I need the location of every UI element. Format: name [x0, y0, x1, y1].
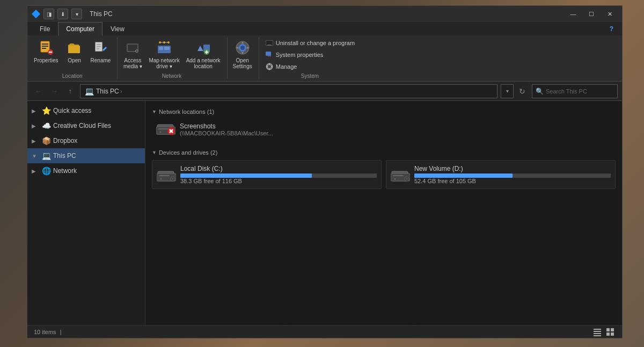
quick-access-btn-3[interactable]: ▾ — [71, 9, 82, 19]
minimize-button[interactable]: — — [565, 8, 581, 20]
sidebar-item-dropbox[interactable]: ▶ 📦 Dropbox — [27, 133, 145, 148]
open-settings-label: OpenSettings — [233, 57, 252, 69]
open-settings-button[interactable]: OpenSettings — [231, 38, 254, 71]
open-button[interactable]: Open — [63, 38, 86, 65]
open-label: Open — [68, 57, 80, 63]
section-arrow-drives: ▼ — [152, 150, 157, 155]
address-bar: ← → ↑ 💻 This PC › ▾ ↻ 🔍 Search This PC — [27, 82, 622, 101]
detail-view-button[interactable] — [605, 327, 616, 337]
svg-rect-35 — [268, 56, 271, 56]
drive-d-bar-fill — [414, 174, 513, 178]
dropbox-icon: 📦 — [41, 136, 51, 146]
address-dropdown-button[interactable]: ▾ — [501, 84, 514, 98]
creative-cloud-icon: ☁️ — [41, 121, 51, 131]
drive-d-info: New Volume (D:) 52.4 GB free of 105 GB — [414, 165, 611, 184]
screenshots-name: Screenshots — [180, 122, 273, 130]
address-path[interactable]: 💻 This PC › — [80, 84, 497, 98]
svg-rect-39 — [269, 68, 270, 70]
close-button[interactable]: ✕ — [602, 8, 618, 20]
up-button[interactable]: ↑ — [64, 85, 77, 98]
svg-rect-31 — [266, 41, 273, 45]
drive-item-c[interactable]: Local Disk (C:) 38.3 GB free of 116 GB — [152, 160, 382, 189]
list-view-button[interactable] — [592, 327, 603, 337]
sys-props-button[interactable]: System properties — [262, 49, 357, 60]
svg-rect-61 — [393, 175, 404, 176]
creative-cloud-label: Creative Cloud Files — [53, 122, 111, 129]
sidebar-item-network[interactable]: ▶ 🌐 Network — [27, 163, 145, 178]
expand-arrow-creative: ▶ — [32, 123, 39, 129]
uninstall-label: Uninstall or change a program — [276, 40, 355, 46]
sys-props-icon — [265, 50, 274, 59]
sidebar-item-this-pc[interactable]: ▼ 💻 This PC — [27, 148, 145, 163]
help-button[interactable]: ? — [605, 23, 618, 35]
rename-button[interactable]: Rename — [89, 38, 113, 65]
quick-access-btn-2[interactable]: ⬇ — [57, 9, 68, 19]
drive-d-bar-bg — [414, 174, 611, 178]
file-item-screenshots[interactable]: Screenshots (\\MACBOOKAIR-5B8A\Mac\User.… — [152, 117, 616, 142]
main-content: ▶ ⭐ Quick access ▶ ☁️ Creative Cloud Fil… — [27, 101, 622, 325]
forward-button[interactable]: → — [48, 85, 61, 98]
explorer-window: ◨ ⬇ ▾ This PC — ☐ ✕ File Computer View ? — [27, 5, 623, 338]
map-network-button[interactable]: Map networkdrive ▾ — [147, 38, 181, 71]
svg-rect-2 — [42, 46, 48, 47]
ribbon-group-location: Properties Open — [32, 38, 118, 79]
svg-point-29 — [240, 46, 245, 50]
access-media-button[interactable]: Accessmedia ▾ — [121, 38, 144, 71]
svg-rect-41 — [271, 66, 273, 67]
status-right — [592, 327, 616, 337]
screenshots-drive-icon — [156, 120, 175, 139]
address-right: ▾ ↻ — [501, 84, 529, 98]
svg-point-20 — [159, 41, 161, 44]
tab-file[interactable]: File — [32, 22, 58, 35]
map-network-icon — [156, 39, 173, 56]
this-pc-icon: 💻 — [41, 151, 51, 161]
svg-rect-67 — [606, 328, 610, 331]
properties-button[interactable]: Properties — [32, 38, 61, 65]
path-this-pc[interactable]: This PC — [96, 88, 119, 95]
uninstall-button[interactable]: Uninstall or change a program — [262, 38, 357, 48]
uninstall-icon — [265, 39, 274, 47]
add-network-label: Add a networklocation — [186, 57, 221, 69]
tab-view[interactable]: View — [103, 22, 133, 35]
section-header-network: ▼ Network locations (1) — [152, 105, 616, 117]
back-button[interactable]: ← — [32, 85, 45, 98]
network-icon: 🌐 — [41, 166, 51, 176]
drive-c-name: Local Disk (C:) — [180, 165, 377, 172]
drives-grid: Local Disk (C:) 38.3 GB free of 116 GB — [152, 158, 616, 191]
map-network-label: Map networkdrive ▾ — [149, 57, 179, 69]
this-pc-label: This PC — [53, 152, 76, 160]
refresh-button[interactable]: ↻ — [516, 84, 529, 98]
svg-rect-40 — [266, 66, 268, 67]
add-network-button[interactable]: Add a networklocation — [184, 38, 223, 71]
window-title: This PC — [90, 10, 113, 18]
section-header-drives: ▼ Devices and drives (2) — [152, 146, 616, 158]
title-bar: ◨ ⬇ ▾ This PC — ☐ ✕ — [27, 6, 622, 22]
svg-rect-7 — [68, 46, 80, 53]
svg-rect-10 — [97, 44, 101, 45]
ribbon-tabs: File Computer View ? — [27, 22, 622, 35]
ribbon: File Computer View ? — [27, 22, 622, 82]
svg-rect-18 — [159, 47, 163, 50]
sidebar-item-creative-cloud[interactable]: ▶ ☁️ Creative Cloud Files — [27, 118, 145, 133]
network-label: Network — [53, 167, 77, 175]
svg-rect-63 — [594, 329, 601, 330]
manage-button[interactable]: Manage — [262, 61, 357, 72]
section-arrow-network: ▼ — [152, 109, 157, 114]
tab-computer[interactable]: Computer — [58, 22, 103, 36]
path-drive-icon: 💻 — [85, 87, 94, 96]
drive-d-name: New Volume (D:) — [414, 165, 611, 172]
file-area: ▼ Network locations (1) — [145, 101, 622, 325]
search-box[interactable]: 🔍 Search This PC — [532, 84, 618, 98]
network-group-items: Accessmedia ▾ — [121, 38, 222, 72]
section-label-network: Network locations (1) — [159, 109, 214, 115]
open-icon — [66, 39, 83, 56]
quick-access-btn-1[interactable]: ◨ — [43, 9, 54, 19]
system-btn-group: Uninstall or change a program System pr — [262, 38, 357, 72]
sidebar-item-quick-access[interactable]: ▶ ⭐ Quick access — [27, 103, 145, 118]
drive-d-icon — [391, 167, 410, 182]
item-count: 10 items | — [34, 329, 62, 335]
svg-rect-12 — [97, 48, 99, 49]
drive-c-bar-fill — [180, 174, 312, 178]
maximize-button[interactable]: ☐ — [583, 8, 599, 20]
drive-item-d[interactable]: New Volume (D:) 52.4 GB free of 105 GB — [386, 160, 616, 189]
